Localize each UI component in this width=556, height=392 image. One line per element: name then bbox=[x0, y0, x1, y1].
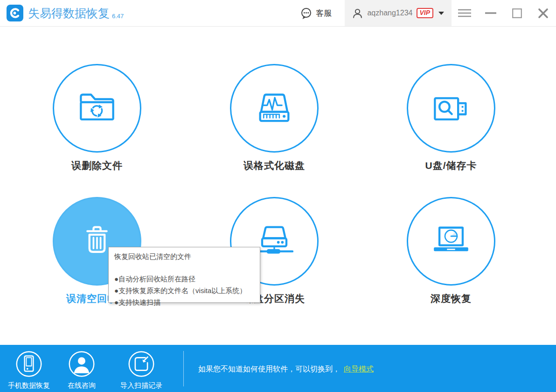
deleted-files-circle bbox=[53, 64, 141, 153]
username: aqzhang1234 bbox=[367, 9, 412, 17]
app-logo-icon bbox=[7, 5, 23, 21]
disk-waveform-icon bbox=[250, 84, 299, 133]
footer-item-online-consult[interactable]: 在线咨询 bbox=[51, 350, 112, 390]
mode-deep-recovery[interactable]: 深度恢复 bbox=[390, 197, 512, 305]
footer-bar: 手机数据恢复 在线咨询 导入扫描记录 如果您不知道如何使用软件，可以切换到，向导… bbox=[0, 345, 556, 392]
minimize-icon bbox=[485, 12, 497, 14]
user-icon bbox=[352, 8, 363, 19]
footer-item-label: 导入扫描记录 bbox=[120, 381, 162, 390]
footer-item-label: 手机数据恢复 bbox=[8, 381, 50, 390]
laptop-pie-icon bbox=[427, 217, 475, 266]
window-controls bbox=[452, 0, 556, 26]
chat-bubble-icon bbox=[300, 7, 313, 20]
vip-badge: VIP bbox=[417, 8, 433, 18]
hamburger-icon bbox=[457, 8, 472, 18]
maximize-icon bbox=[512, 8, 522, 18]
title-bar: 失易得数据恢复 6.47 客服 aqzhang1234 VIP bbox=[0, 0, 556, 27]
footer-item-phone-recovery[interactable]: 手机数据恢复 bbox=[0, 350, 59, 390]
mode-deleted-files[interactable]: 误删除文件 bbox=[36, 64, 158, 172]
tooltip-bullet: ●自动分析回收站所在路径 bbox=[114, 273, 254, 285]
customer-service-label: 客服 bbox=[316, 8, 332, 19]
footer-item-label: 在线咨询 bbox=[68, 381, 96, 390]
card-label: U盘/储存卡 bbox=[390, 159, 512, 172]
chevron-down-icon bbox=[438, 12, 444, 15]
deep-recovery-circle bbox=[407, 197, 495, 286]
formatted-disk-circle bbox=[230, 64, 319, 153]
tooltip-bullet: ●支持恢复原来的文件名（visita以上系统） bbox=[114, 285, 254, 296]
tooltip-bullet: ●支持快速扫描 bbox=[114, 296, 254, 308]
customer-service-button[interactable]: 客服 bbox=[300, 7, 332, 20]
mode-formatted-disk[interactable]: 误格式化磁盘 bbox=[214, 64, 335, 172]
card-label: 深度恢复 bbox=[390, 292, 512, 305]
maximize-button[interactable] bbox=[504, 0, 530, 26]
tooltip-bullet-list: ●自动分析回收站所在路径 ●支持恢复原来的文件名（visita以上系统） ●支持… bbox=[114, 273, 254, 308]
close-button[interactable] bbox=[530, 0, 556, 26]
footer-help-text: 如果您不知道如何使用软件，可以切换到 bbox=[198, 365, 333, 373]
usb-circle bbox=[407, 64, 495, 153]
wizard-mode-link[interactable]: 向导模式 bbox=[344, 365, 374, 373]
minimize-button[interactable] bbox=[478, 0, 504, 26]
footer-item-import-scan[interactable]: 导入扫描记录 bbox=[111, 350, 172, 390]
usb-search-icon bbox=[427, 84, 475, 133]
tooltip-title: 恢复回收站已清空的文件 bbox=[114, 252, 254, 261]
card-label: 误格式化磁盘 bbox=[214, 159, 335, 172]
phone-icon bbox=[15, 350, 43, 378]
import-icon bbox=[127, 350, 155, 378]
recycle-bin-tooltip: 恢复回收站已清空的文件 ●自动分析回收站所在路径 ●支持恢复原来的文件名（vis… bbox=[108, 247, 260, 303]
app-version: 6.47 bbox=[112, 13, 124, 20]
mode-usb-memory-card[interactable]: U盘/储存卡 bbox=[390, 64, 512, 172]
app-title: 失易得数据恢复 bbox=[28, 6, 110, 21]
card-label: 误删除文件 bbox=[36, 159, 158, 172]
folder-recycle-icon bbox=[73, 84, 121, 133]
menu-button[interactable] bbox=[452, 0, 478, 26]
user-account-menu[interactable]: aqzhang1234 VIP bbox=[345, 0, 452, 26]
footer-help: 如果您不知道如何使用软件，可以切换到，向导模式 bbox=[198, 364, 374, 374]
footer-divider bbox=[183, 351, 184, 386]
person-icon bbox=[68, 350, 96, 378]
close-icon bbox=[538, 8, 549, 19]
